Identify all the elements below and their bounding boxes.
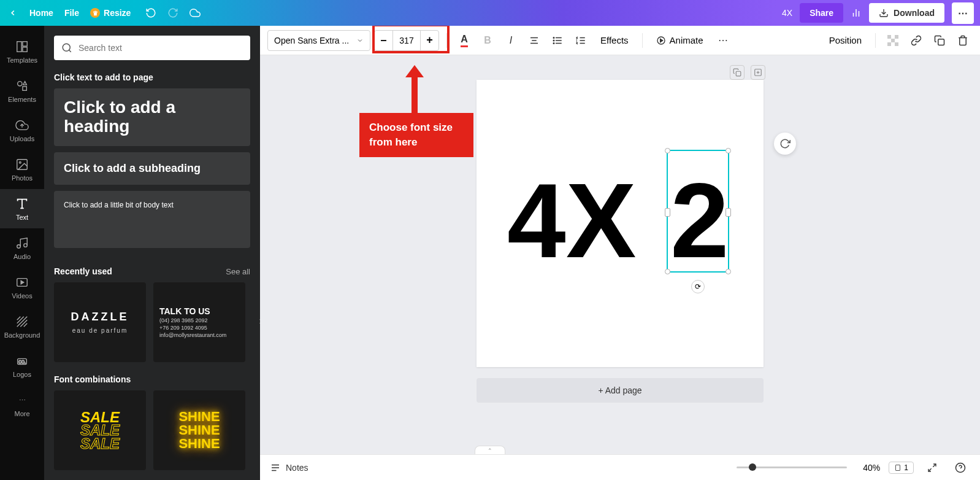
recent-thumb-dazzle[interactable]: DAZZLE eau de parfum <box>54 282 146 362</box>
text-toolbar: Open Sans Extra ... – + A B I Effects <box>260 26 980 55</box>
stats-icon[interactable] <box>851 7 862 18</box>
add-page-button-top[interactable] <box>751 65 765 80</box>
uploads-icon <box>15 118 29 133</box>
thumb-title: TALK TO US <box>159 306 210 316</box>
download-icon <box>879 8 889 18</box>
canvas-page[interactable]: 4X 2 ⟳ <box>477 80 764 367</box>
help-button[interactable] <box>951 458 970 478</box>
position-button[interactable]: Position <box>823 35 868 45</box>
combo-thumb-sale[interactable]: SALE SALE SALE <box>54 390 146 470</box>
rail-elements[interactable]: Elements <box>0 71 44 110</box>
animate-button[interactable]: Animate <box>650 35 710 45</box>
font-size-group: – + <box>374 30 439 51</box>
thumb-line: info@mollysrestaurant.com <box>159 332 226 338</box>
text-icon <box>15 196 29 211</box>
audio-icon <box>15 236 29 250</box>
combo-thumb-shine[interactable]: SHINE SHINE SHINE <box>153 390 245 470</box>
zoom-slider[interactable] <box>737 466 847 468</box>
back-icon[interactable] <box>7 7 18 18</box>
effects-button[interactable]: Effects <box>594 35 635 45</box>
more-icon: ⋯ <box>15 393 29 408</box>
chevron-down-icon <box>356 37 364 44</box>
font-family-select[interactable]: Open Sans Extra ... <box>267 30 370 51</box>
svg-rect-58 <box>896 465 900 470</box>
rail-text[interactable]: Text <box>0 189 44 228</box>
svg-rect-45 <box>887 42 891 46</box>
home-button[interactable]: Home <box>29 8 53 18</box>
left-rail: Templates Elements Uploads Photos Text A… <box>0 26 44 480</box>
thumb-line: SALE <box>80 437 120 451</box>
zoom-label[interactable]: 40% <box>856 463 880 473</box>
more-button[interactable]: ⋯ <box>952 2 974 24</box>
document-title[interactable]: 4X <box>782 8 792 18</box>
svg-point-25 <box>63 44 70 51</box>
copy-button[interactable] <box>930 31 949 50</box>
logos-icon: CO. <box>15 354 29 368</box>
svg-line-18 <box>17 317 21 320</box>
svg-line-26 <box>69 50 71 52</box>
page-strip-expand[interactable]: ⌃ <box>475 446 505 454</box>
thumb-subtitle: eau de parfum <box>72 327 128 334</box>
svg-rect-4 <box>17 42 21 52</box>
rotate-handle[interactable]: ⟳ <box>691 280 705 293</box>
rail-more[interactable]: ⋯More <box>0 385 44 425</box>
search-input[interactable] <box>78 43 243 53</box>
canvas-area: Open Sans Extra ... – + A B I Effects <box>260 26 980 480</box>
svg-marker-17 <box>21 281 24 284</box>
rail-templates[interactable]: Templates <box>0 32 44 71</box>
duplicate-page-button[interactable] <box>730 65 745 80</box>
font-size-increase[interactable]: + <box>420 31 438 50</box>
text-element-4x[interactable]: 4X <box>507 160 636 281</box>
font-size-decrease[interactable]: – <box>375 31 393 50</box>
share-button[interactable]: Share <box>800 3 843 23</box>
add-page-button[interactable]: + Add page <box>477 378 764 403</box>
selection-box[interactable]: ⟳ <box>667 150 729 273</box>
italic-button[interactable]: I <box>501 31 521 50</box>
regenerate-button[interactable] <box>774 133 796 155</box>
page-indicator[interactable]: 1 <box>889 462 914 474</box>
svg-rect-43 <box>895 35 898 39</box>
link-button[interactable] <box>906 31 926 50</box>
rail-videos[interactable]: Videos <box>0 268 44 307</box>
toolbar-more-button[interactable]: ⋯ <box>713 31 733 50</box>
resize-button[interactable]: ♛Resize <box>90 8 131 18</box>
bold-button[interactable]: B <box>478 31 497 50</box>
page-actions <box>730 65 765 80</box>
svg-point-11 <box>19 161 21 163</box>
text-color-button[interactable]: A <box>454 31 474 50</box>
see-all-link[interactable]: See all <box>226 267 250 276</box>
delete-button[interactable] <box>953 31 973 50</box>
add-subheading-card[interactable]: Click to add a subheading <box>54 152 250 185</box>
add-heading-card[interactable]: Click to add a heading <box>54 88 250 146</box>
svg-line-21 <box>20 320 27 327</box>
align-button[interactable] <box>524 31 544 50</box>
svg-text:CO.: CO. <box>18 360 26 364</box>
search-icon <box>61 42 72 53</box>
svg-rect-8 <box>23 87 26 90</box>
spacing-button[interactable] <box>571 31 591 50</box>
redo-icon[interactable] <box>167 7 178 18</box>
rail-logos[interactable]: CO.Logos <box>0 346 44 385</box>
rail-uploads[interactable]: Uploads <box>0 110 44 150</box>
recent-thumb-talk[interactable]: TALK TO US (04) 298 3985 2092 +76 209 10… <box>153 282 245 362</box>
undo-icon[interactable] <box>145 7 156 18</box>
rail-background[interactable]: Background <box>0 307 44 346</box>
download-button[interactable]: Download <box>869 3 944 23</box>
cloud-sync-icon[interactable] <box>189 7 201 18</box>
rail-audio[interactable]: Audio <box>0 228 44 268</box>
svg-line-22 <box>24 323 28 327</box>
annotation-text: Choose font size from here <box>359 113 473 157</box>
notes-button[interactable]: Notes <box>270 462 308 473</box>
search-box[interactable] <box>54 36 250 60</box>
font-size-input[interactable] <box>393 31 420 50</box>
rail-photos[interactable]: Photos <box>0 150 44 189</box>
transparency-button[interactable] <box>883 31 903 50</box>
list-button[interactable] <box>548 31 567 50</box>
canvas-scroll[interactable]: 4X 2 ⟳ + Add page <box>260 55 980 454</box>
add-body-card[interactable]: Click to add a little bit of body text <box>54 191 250 248</box>
svg-rect-44 <box>891 39 895 42</box>
fullscreen-button[interactable] <box>922 458 942 478</box>
svg-line-19 <box>17 317 24 323</box>
file-button[interactable]: File <box>64 8 79 18</box>
side-panel: Click text to add to page Click to add a… <box>44 26 260 480</box>
